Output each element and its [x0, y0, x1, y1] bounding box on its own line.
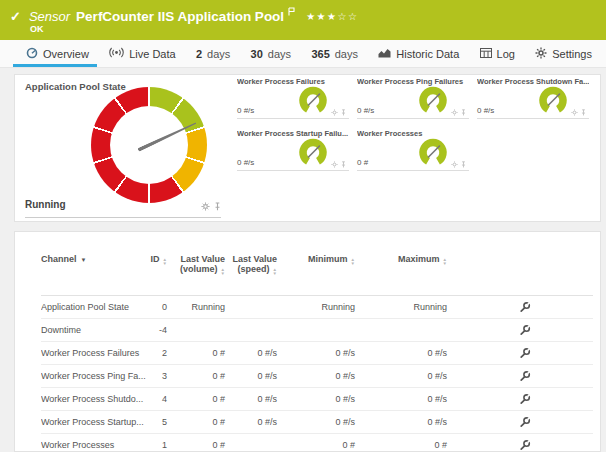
- table-row: Worker Process Failures 2 0 # 0 #/s 0 #/…: [41, 342, 593, 365]
- table-row: Worker Process Ping Fa... 3 0 # 0 #/s 0 …: [41, 365, 593, 388]
- gear-icon[interactable]: [201, 202, 210, 211]
- channels-table-panel: Channel▼ ID▲▼ Last Value (volume)▲▼ Last…: [14, 231, 601, 452]
- wrench-icon[interactable]: [519, 370, 531, 382]
- ok-check-icon: ✓: [10, 9, 21, 24]
- main-gauge: [91, 87, 207, 203]
- col-channel[interactable]: Channel▼: [41, 254, 149, 264]
- tab-log[interactable]: Log: [480, 40, 515, 67]
- mini-gauge-value: 0 #: [357, 158, 368, 167]
- gauge-icon: [26, 47, 38, 61]
- live-signal-icon: [109, 47, 124, 60]
- object-kind-label: Sensor: [29, 9, 70, 24]
- gear-icon[interactable]: [331, 161, 338, 168]
- mini-gauge-value: 0 #/s: [237, 106, 254, 115]
- mini-gauge-dial: [417, 86, 449, 114]
- table-row: Application Pool State 0 Running Running…: [41, 296, 593, 319]
- mini-gauge-title: Worker Process Startup Failu...: [237, 129, 349, 138]
- mini-gauge-dial: [417, 138, 449, 166]
- pin-icon[interactable]: [340, 109, 347, 116]
- wrench-icon[interactable]: [519, 416, 531, 428]
- tab-historic-data[interactable]: Historic Data: [378, 40, 459, 67]
- col-maximum[interactable]: Maximum▲▼: [355, 254, 447, 266]
- col-id[interactable]: ID▲▼: [149, 254, 167, 266]
- sensor-title: PerfCounter IIS Application Pool: [76, 9, 284, 24]
- pin-icon[interactable]: [460, 161, 467, 168]
- table-row: Worker Process Startup... 5 0 # 0 #/s 0 …: [41, 411, 593, 434]
- tab-live-data[interactable]: Live Data: [109, 40, 175, 67]
- mini-gauge-title: Worker Process Ping Failures: [357, 77, 469, 86]
- table-row: Downtime -4: [41, 319, 593, 342]
- pin-icon[interactable]: [580, 109, 587, 116]
- historic-chart-icon: [378, 47, 391, 60]
- log-table-icon: [480, 48, 492, 60]
- gear-icon[interactable]: [331, 109, 338, 116]
- wrench-icon[interactable]: [519, 347, 531, 359]
- mini-gauge-dial: [297, 86, 329, 114]
- mini-gauge-worker-processes: Worker Processes 0 #: [357, 129, 469, 171]
- sort-desc-icon: ▼: [81, 257, 87, 263]
- channels-table: Channel▼ ID▲▼ Last Value (volume)▲▼ Last…: [41, 232, 593, 452]
- wrench-icon[interactable]: [519, 324, 531, 336]
- pin-icon[interactable]: [460, 109, 467, 116]
- wrench-icon[interactable]: [519, 439, 531, 451]
- table-header: Channel▼ ID▲▼ Last Value (volume)▲▼ Last…: [41, 232, 593, 296]
- wrench-icon[interactable]: [519, 301, 531, 313]
- mini-gauge-value: 0 #/s: [477, 106, 494, 115]
- tab-bar: Overview Live Data 2days 30days 365days …: [0, 40, 606, 68]
- table-row: Worker Processes 1 0 # 0 # 0 #: [41, 434, 593, 452]
- mini-gauge-title: Worker Process Shutdown Fa...: [477, 77, 589, 86]
- mini-gauge-dial: [297, 138, 329, 166]
- mini-gauge-worker-process-failures: Worker Process Failures 0 #/s: [237, 77, 349, 119]
- wrench-icon[interactable]: [519, 393, 531, 405]
- mini-gauge-value: 0 #/s: [357, 106, 374, 115]
- mini-gauge-title: Worker Process Failures: [237, 77, 349, 86]
- overview-gauges-panel: Application Pool State Running Worker Pr…: [14, 74, 601, 222]
- col-last-value-speed[interactable]: Last Value (speed)▲▼: [225, 254, 277, 276]
- tab-365-days[interactable]: 365days: [311, 40, 358, 67]
- mini-gauge-worker-process-ping-failures: Worker Process Ping Failures 0 #/s: [357, 77, 469, 119]
- sensor-status-banner: ✓ Sensor PerfCounter IIS Application Poo…: [0, 0, 606, 40]
- tab-overview[interactable]: Overview: [26, 40, 89, 67]
- mini-gauge-value: 0 #/s: [237, 158, 254, 167]
- pin-icon[interactable]: [340, 161, 347, 168]
- tab-30-days[interactable]: 30days: [251, 40, 292, 67]
- pin-icon[interactable]: [213, 202, 222, 211]
- mini-gauge-dial: [537, 86, 569, 114]
- mini-gauge-worker-process-startup-failures: Worker Process Startup Failu... 0 #/s: [237, 129, 349, 171]
- sort-icon: ▲▼: [273, 268, 277, 276]
- mini-gauge-worker-process-shutdown-failures: Worker Process Shutdown Fa... 0 #/s: [477, 77, 589, 119]
- tab-settings[interactable]: Settings: [535, 40, 592, 67]
- main-gauge-value: Running: [25, 199, 66, 210]
- col-last-value-volume[interactable]: Last Value (volume)▲▼: [167, 254, 225, 276]
- mini-gauge-title: Worker Processes: [357, 129, 469, 138]
- gear-icon[interactable]: [451, 109, 458, 116]
- tab-2-days[interactable]: 2days: [196, 40, 230, 67]
- gear-icon[interactable]: [571, 109, 578, 116]
- table-row: Worker Process Shutdo... 4 0 # 0 #/s 0 #…: [41, 388, 593, 411]
- priority-stars[interactable]: ★★★☆☆: [306, 11, 358, 22]
- col-minimum[interactable]: Minimum▲▼: [277, 254, 355, 266]
- gear-icon[interactable]: [451, 161, 458, 168]
- gear-icon: [535, 47, 547, 61]
- sort-icon: ▲▼: [443, 258, 447, 266]
- flag-icon[interactable]: [288, 2, 296, 20]
- sensor-status-label: OK: [30, 24, 44, 34]
